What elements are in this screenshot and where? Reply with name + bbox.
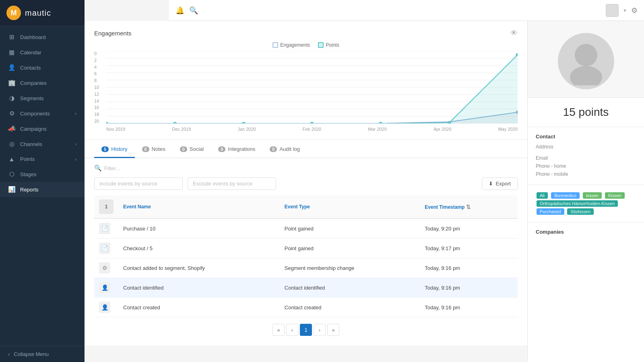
contact-section-title: Contact (536, 134, 636, 140)
event-name-cell: Contact added to segment, Shopify (118, 258, 280, 278)
tag[interactable]: Bonmedico (551, 192, 580, 199)
tab-audit-log[interactable]: 0 Audit log (262, 140, 307, 158)
pagination: « ‹ 1 › » (94, 317, 518, 339)
sidebar-item-label: Channels (20, 141, 42, 147)
top-bar: 🔔 🔍 ▼ ⚙ (169, 0, 644, 21)
tag[interactable]: Ali (537, 192, 548, 199)
sidebar-item-calendar[interactable]: ▦ Calendar (0, 45, 85, 60)
event-name-cell: Contact identified (118, 278, 280, 298)
row-person-icon: 👤 (99, 302, 110, 313)
page-first-button[interactable]: « (272, 324, 285, 336)
app-name: mautic (25, 8, 51, 18)
event-type-cell: Segment membership change (280, 258, 420, 278)
sidebar-item-label: Components (20, 111, 50, 117)
points-display: 15 points (563, 106, 609, 118)
event-type-cell: Contact identified (280, 278, 420, 298)
sidebar-item-components[interactable]: ⚙ Components › (0, 106, 85, 121)
legend-points-box (318, 42, 324, 48)
chevron-down-icon: ▼ (623, 8, 627, 13)
chart-inner (106, 51, 518, 123)
legend-engagements-box (272, 42, 278, 48)
export-button[interactable]: ⬇ Export (482, 177, 518, 190)
th-event-type: Event Type (280, 195, 420, 218)
svg-point-20 (570, 66, 602, 85)
tab-notes-label: Notes (152, 146, 165, 152)
tab-social-label: Social (190, 146, 204, 152)
table-row: 👤 Contact identified Contact identified … (94, 278, 518, 298)
tab-history-badge: 5 (101, 146, 109, 152)
sidebar-item-companies[interactable]: 🏢 Companies (0, 75, 85, 90)
timestamp-cell: Today, 9:17 pm (420, 239, 518, 258)
sidebar-item-contacts[interactable]: 👤 Contacts (0, 60, 85, 75)
chart-container: 20181614121086420 (94, 51, 518, 132)
tab-integrations-label: Integrations (228, 146, 255, 152)
right-panel: 15 points Contact Address Email Phone - … (527, 21, 644, 362)
sidebar-item-reports[interactable]: 📊 Reports (0, 182, 85, 197)
page-next-button[interactable]: › (314, 324, 326, 336)
sidebar-item-dashboard[interactable]: ⊞ Dashboard (0, 29, 85, 45)
channels-icon: ◎ (8, 140, 15, 148)
collapse-menu-button[interactable]: ‹ Collapse Menu (0, 346, 85, 362)
filter-input[interactable] (104, 165, 153, 171)
sidebar-item-campaigns[interactable]: 📣 Campaigns (0, 121, 85, 136)
sidebar-item-label: Stages (20, 171, 36, 177)
avatar-section (528, 21, 644, 98)
row-person-icon: 👤 (99, 282, 110, 293)
chevron-right-icon: › (75, 142, 76, 146)
engagements-chart-section: Engagements 👁 Engagements Points 201 (85, 21, 527, 140)
select-all-checkbox[interactable]: 1 (99, 200, 114, 214)
sidebar-item-channels[interactable]: ◎ Channels › (0, 136, 85, 152)
row-gear-icon: ⚙ (99, 262, 110, 274)
history-section: 🔍 ⬇ Export (85, 158, 527, 346)
tab-integrations[interactable]: 0 Integrations (211, 140, 262, 158)
sidebar-item-label: Segments (20, 95, 44, 101)
exclude-events-input[interactable] (188, 177, 276, 190)
tag[interactable]: Sitzkissen (567, 208, 594, 215)
legend-points: Points (318, 42, 339, 48)
sidebar-item-label: Calendar (20, 49, 41, 56)
eye-icon[interactable]: 👁 (510, 29, 518, 37)
y-axis-labels: 20181614121086420 (94, 51, 106, 123)
tag[interactable]: Orthopädisches Hämorrhoiden-Kissen (537, 200, 618, 207)
row-icon-cell: 👤 (94, 298, 118, 317)
dashboard-icon: ⊞ (8, 33, 15, 41)
bell-icon[interactable]: 🔔 (175, 6, 184, 15)
tag[interactable]: Kissen (605, 192, 625, 199)
table-row: 📄 Checkout / 5 Point gained Today, 9:17 … (94, 239, 518, 258)
tabs-bar: 5 History 0 Notes 0 Social 0 Integration… (85, 140, 527, 158)
sort-icon: ⇅ (466, 204, 471, 210)
content-area: Engagements 👁 Engagements Points 201 (85, 21, 644, 362)
contact-avatar (558, 33, 614, 89)
points-section: 15 points (528, 98, 644, 127)
main-area: 🔔 🔍 ▼ ⚙ Engagements 👁 Engagements (85, 0, 644, 362)
tab-social-badge: 0 (180, 146, 187, 152)
row-doc-icon: 📄 (99, 243, 110, 254)
top-bar-right: ▼ ⚙ (606, 4, 638, 17)
sidebar-item-points[interactable]: ▲ Points › (0, 152, 85, 167)
phone-mobile-label: Phone - mobile (536, 170, 636, 178)
tab-notes[interactable]: 0 Notes (135, 140, 173, 158)
address-label: Address (536, 143, 636, 151)
export-icon: ⬇ (489, 181, 493, 187)
tab-social[interactable]: 0 Social (173, 140, 211, 158)
collapse-label: Collapse Menu (14, 351, 49, 357)
page-prev-button[interactable]: ‹ (286, 324, 298, 336)
page-last-button[interactable]: » (327, 324, 339, 336)
chart-title-bar: Engagements 👁 (94, 29, 518, 37)
sidebar-item-segments[interactable]: ◑ Segments (0, 90, 85, 106)
gear-icon[interactable]: ⚙ (631, 6, 638, 15)
tab-integrations-badge: 0 (218, 146, 225, 152)
user-avatar[interactable] (606, 4, 619, 17)
tag[interactable]: Purchased (537, 208, 564, 215)
tab-history[interactable]: 5 History (94, 140, 135, 158)
tag[interactable]: kissen (583, 192, 602, 199)
campaigns-icon: 📣 (8, 125, 15, 132)
page-current-button[interactable]: 1 (300, 324, 312, 336)
tab-audit-label: Audit log (279, 146, 300, 152)
th-event-timestamp[interactable]: Event Timestamp ⇅ (420, 195, 518, 218)
include-events-input[interactable] (94, 177, 183, 190)
x-axis-labels: Nov 2019 Dec 2019 Jan 2020 Feb 2020 Mar … (106, 127, 518, 132)
sidebar-item-stages[interactable]: ⬡ Stages (0, 167, 85, 182)
search-icon[interactable]: 🔍 (189, 6, 198, 15)
collapse-icon: ‹ (8, 351, 10, 357)
